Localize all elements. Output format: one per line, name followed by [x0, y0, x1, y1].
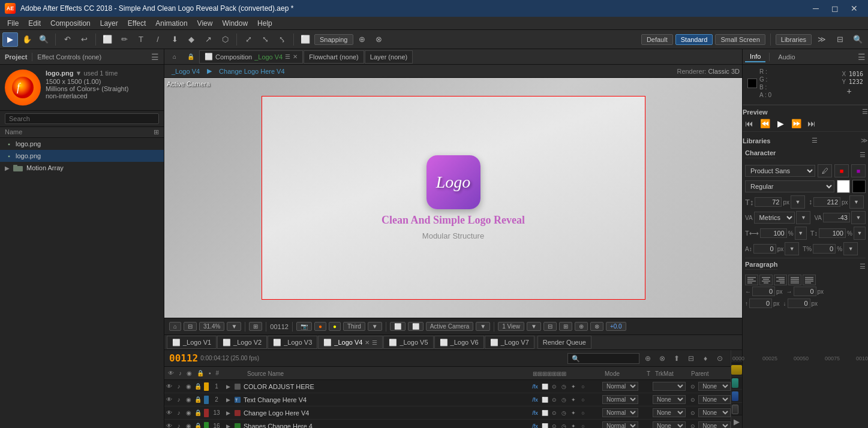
layer-audio-1[interactable]: ♪	[174, 393, 184, 406]
layer-trimat-select-1[interactable]: None	[653, 395, 686, 404]
tab-audio[interactable]: Audio	[773, 52, 800, 62]
para-menu-icon[interactable]: ☰	[860, 263, 866, 270]
layer-audio-0[interactable]: ♪	[174, 380, 184, 393]
tl-icon-6[interactable]: ⊙	[714, 352, 726, 364]
toolbar-expand[interactable]: ≫	[814, 32, 830, 47]
tl-icon-4[interactable]: ⊟	[685, 352, 697, 364]
vc-zoom[interactable]: 31.4%	[199, 322, 224, 331]
tl-tab-v4[interactable]: ⬜ _Logo V4 ✕ ☰	[318, 336, 383, 349]
h-scale-down[interactable]: ▼	[795, 227, 807, 240]
layer-visibility-0[interactable]: 👁	[164, 380, 174, 393]
vc-home[interactable]: ⌂	[169, 322, 181, 331]
layer-audio-3[interactable]: ♪	[174, 420, 184, 429]
layer-parent-select-2[interactable]: None	[698, 408, 731, 417]
layer-lock-3[interactable]: 🔒	[193, 420, 203, 429]
tl-icon-2[interactable]: ⊗	[656, 352, 668, 364]
switch-blend-3[interactable]: ⬜	[540, 420, 549, 429]
leading-down[interactable]: ▼	[849, 195, 864, 209]
switch-fx-1[interactable]: /fx	[530, 393, 540, 406]
menu-file[interactable]: File	[2, 18, 23, 29]
parent-pick-2[interactable]: ⊙	[689, 406, 697, 420]
switch-blend-2[interactable]: ⬜	[540, 406, 549, 420]
tl-tab-v7[interactable]: ⬜ _Logo V7	[485, 336, 534, 349]
comp-tab-settings[interactable]: ☰	[285, 53, 290, 60]
right-panel-menu[interactable]: ☰	[858, 52, 866, 62]
tool-zoom[interactable]: 🔍	[36, 32, 52, 47]
vc-camera-icon[interactable]: 📷	[296, 322, 312, 331]
menu-layer[interactable]: Layer	[95, 18, 123, 29]
parent-pick-3[interactable]: ⊙	[689, 420, 697, 429]
project-search-input[interactable]	[5, 113, 159, 124]
comp-nav-logo-v4[interactable]: _Logo V4	[167, 68, 205, 75]
preview-first[interactable]: ⏮	[743, 118, 756, 129]
baseline-down[interactable]: ▼	[785, 242, 799, 255]
tl-scroll-right[interactable]: ▶	[734, 417, 740, 426]
menu-effect[interactable]: Effect	[123, 18, 151, 29]
vc-plus[interactable]: +0.0	[606, 322, 626, 331]
tool-select[interactable]: ▶	[2, 32, 18, 47]
vc-quality-dropdown[interactable]: ▼	[368, 322, 382, 331]
layer-bar-1[interactable]	[732, 378, 738, 388]
vc-camera-dropdown[interactable]: ▼	[476, 322, 490, 331]
indent-before-input[interactable]	[752, 287, 775, 296]
layer-lock-2[interactable]: 🔒	[193, 406, 203, 420]
font-size-input[interactable]	[755, 197, 782, 207]
layer-mode-select-2[interactable]: Normal	[602, 408, 638, 417]
char-eyedropper[interactable]: 🖊	[818, 164, 832, 177]
switch-3d-2[interactable]: ⊙	[549, 406, 559, 420]
vc-dot[interactable]: ●	[314, 322, 326, 331]
tl-icon-1[interactable]: ⊕	[642, 352, 654, 364]
tool-clone[interactable]: ⬇	[167, 32, 182, 47]
tool-align2[interactable]: ⤡	[257, 32, 273, 47]
space-after-input[interactable]	[788, 299, 810, 308]
switch-blend-1[interactable]: ⬜	[540, 393, 549, 406]
vc-channel2[interactable]: ⬜	[408, 322, 424, 331]
toolbar-search[interactable]: 🔍	[850, 32, 866, 47]
layer-solo-1[interactable]: ◉	[184, 393, 193, 406]
layer-name-2[interactable]: Change Logo Here V4	[242, 409, 530, 417]
tab-layer[interactable]: Layer (none)	[365, 50, 413, 64]
comp-lock-btn[interactable]: 🔒	[183, 50, 199, 64]
switch-adj-0[interactable]: ✦	[569, 380, 578, 393]
tsumi-input[interactable]	[813, 244, 836, 254]
layer-lock-0[interactable]: 🔒	[193, 380, 203, 393]
toolbar-layout[interactable]: ⊟	[832, 32, 848, 47]
list-item[interactable]: ▪ logo.png	[0, 150, 164, 162]
vc-view[interactable]: 1 View	[498, 322, 524, 331]
tool-redo[interactable]: ↩	[76, 32, 92, 47]
switch-motion-2[interactable]: ◷	[559, 406, 569, 420]
menu-animation[interactable]: Animation	[151, 18, 192, 29]
vc-fit[interactable]: ⊞	[249, 322, 262, 331]
snapping-label[interactable]: Snapping	[314, 34, 353, 45]
switch-motion-1[interactable]: ◷	[559, 393, 569, 406]
tool-align1[interactable]: ⤢	[241, 32, 256, 47]
switch-3d-3[interactable]: ⊙	[549, 420, 559, 429]
maximize-button[interactable]: ◻	[826, 2, 844, 14]
kerning-down[interactable]: ▼	[796, 211, 810, 224]
tl-tab-v4-close[interactable]: ✕	[365, 339, 370, 346]
tl-tab-v6[interactable]: ⬜ _Logo V6	[434, 336, 484, 349]
layer-parent-select-0[interactable]: None	[698, 382, 731, 391]
tool-align3[interactable]: ⤣	[274, 32, 290, 47]
vc-view-dropdown[interactable]: ▼	[527, 322, 541, 331]
comp-home-btn[interactable]: ⌂	[167, 50, 182, 64]
tool-roto[interactable]: ◆	[184, 32, 199, 47]
char-stroke-color[interactable]: ■	[834, 164, 849, 177]
layer-trimat-select-0[interactable]	[653, 382, 686, 391]
char-menu-icon[interactable]: ☰	[860, 151, 866, 159]
layer-solo-0[interactable]: ◉	[184, 380, 193, 393]
layer-name-1[interactable]: Text Change Here V4	[242, 396, 530, 403]
tl-tab-v5[interactable]: ⬜ _Logo V5	[383, 336, 433, 349]
tab-composition[interactable]: ⬜ Composition _Logo V4 ☰ ✕	[199, 50, 303, 64]
tool-text[interactable]: T	[133, 32, 149, 47]
layer-trimat-select-2[interactable]: None	[653, 408, 686, 417]
list-item-folder[interactable]: ▶ Motion Array	[0, 162, 164, 174]
layer-trimat-select-3[interactable]: None	[653, 421, 686, 428]
tl-tab-v1[interactable]: ⬜ _Logo V1	[167, 336, 217, 349]
layer-visibility-2[interactable]: 👁	[164, 406, 174, 420]
libraries-menu-icon[interactable]: ☰	[812, 137, 818, 144]
vc-options1[interactable]: ⊟	[543, 322, 557, 331]
timeline-graph-area[interactable]	[731, 363, 742, 415]
layer-visibility-1[interactable]: 👁	[164, 393, 174, 406]
para-align-left[interactable]	[745, 275, 758, 285]
